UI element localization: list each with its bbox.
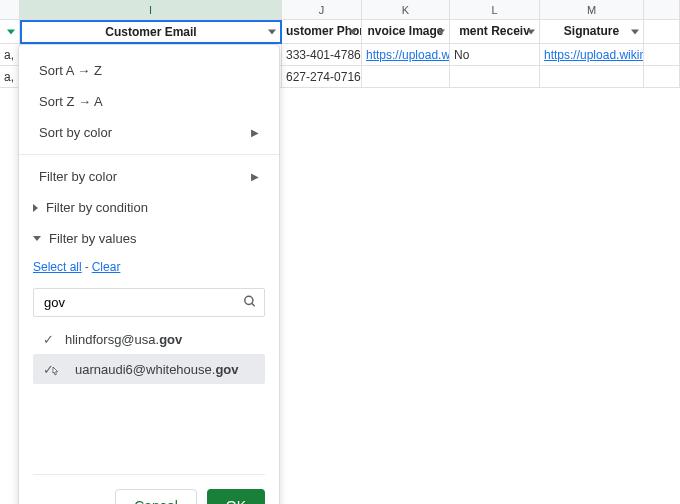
colh-J[interactable]: J	[282, 0, 362, 20]
cell-phone[interactable]: 627-274-0716	[282, 66, 362, 88]
value-text: hlindforsg@usa.gov	[65, 332, 182, 347]
row-header-stub	[0, 20, 20, 44]
colh-blank	[0, 0, 20, 20]
svg-point-0	[245, 296, 253, 304]
header-label: nvoice Image	[367, 24, 443, 38]
column-letter-row: I J K L M	[0, 0, 680, 20]
filter-by-values[interactable]: Filter by values	[19, 223, 279, 254]
filter-value-item[interactable]: ✓ uarnaudi6@whitehouse.gov	[33, 354, 265, 384]
menu-label: Sort Z → A	[39, 94, 103, 109]
select-clear-row: Select all-Clear	[19, 254, 279, 284]
cursor-pointer-icon	[47, 365, 63, 381]
colh-I[interactable]: I	[20, 0, 282, 20]
dash: -	[85, 260, 89, 274]
header-customer-email[interactable]: Customer Email	[20, 20, 282, 44]
filter-icon[interactable]	[527, 29, 535, 34]
svg-line-1	[252, 303, 255, 306]
filter-search-input[interactable]	[33, 288, 265, 317]
header-label: Customer Email	[105, 25, 196, 39]
link[interactable]: https://upload.wi	[366, 48, 450, 62]
filter-search-wrap	[33, 288, 265, 317]
check-icon: ✓	[41, 332, 55, 347]
clear-link[interactable]: Clear	[92, 260, 121, 274]
select-all-link[interactable]: Select all	[33, 260, 82, 274]
colh-K[interactable]: K	[362, 0, 450, 20]
header-invoice-image[interactable]: nvoice Image	[362, 20, 450, 44]
cell-signature[interactable]: https://upload.wikimedia	[540, 44, 644, 66]
cell-payment-received[interactable]	[450, 66, 540, 88]
cell-signature[interactable]	[540, 66, 644, 88]
menu-label: Filter by values	[49, 231, 136, 246]
ok-button[interactable]: OK	[207, 489, 265, 504]
colh-M[interactable]: M	[540, 0, 644, 20]
filter-buttons: Cancel OK	[19, 475, 279, 504]
header-customer-phone[interactable]: ustomer Phor	[282, 20, 362, 44]
colh-rest	[644, 0, 680, 20]
cell-rest	[644, 44, 680, 66]
sort-a-z[interactable]: Sort A → Z	[19, 55, 279, 86]
menu-label: Filter by condition	[46, 200, 148, 215]
submenu-arrow-icon: ▶	[251, 127, 259, 138]
value-text: uarnaudi6@whitehouse.gov	[75, 362, 239, 377]
cell-invoice-image[interactable]: https://upload.wi	[362, 44, 450, 66]
menu-label: Filter by color	[39, 169, 117, 184]
link[interactable]: https://upload.wikimedia	[544, 48, 644, 62]
header-rest	[644, 20, 680, 44]
filter-icon[interactable]	[437, 29, 445, 34]
menu-label: Sort A → Z	[39, 63, 102, 78]
cell-invoice-image[interactable]	[362, 66, 450, 88]
filter-icon[interactable]	[7, 29, 15, 34]
cell-payment-received[interactable]: No	[450, 44, 540, 66]
row-stub[interactable]: a,	[0, 66, 20, 88]
cell-rest	[644, 66, 680, 88]
search-icon	[243, 294, 257, 311]
collapse-arrow-icon	[33, 204, 38, 212]
header-payment-received[interactable]: ment Receiv	[450, 20, 540, 44]
colh-L[interactable]: L	[450, 0, 540, 20]
cancel-button[interactable]: Cancel	[115, 489, 197, 504]
header-label: Signature	[564, 24, 619, 38]
header-signature[interactable]: Signature	[540, 20, 644, 44]
cell-phone[interactable]: 333-401-4786	[282, 44, 362, 66]
filter-by-color[interactable]: Filter by color ▶	[19, 161, 279, 192]
row-stub[interactable]: a,	[0, 44, 20, 66]
sort-z-a[interactable]: Sort Z → A	[19, 86, 279, 117]
filter-menu: Sort A → Z Sort Z → A Sort by color ▶ Fi…	[18, 44, 280, 504]
filter-by-condition[interactable]: Filter by condition	[19, 192, 279, 223]
header-label: ment Receiv	[459, 24, 530, 38]
filter-icon[interactable]	[631, 29, 639, 34]
header-row: Customer Email ustomer Phor nvoice Image…	[0, 20, 680, 44]
filter-icon[interactable]	[349, 29, 357, 34]
submenu-arrow-icon: ▶	[251, 171, 259, 182]
collapse-arrow-icon	[33, 236, 41, 241]
sort-by-color[interactable]: Sort by color ▶	[19, 117, 279, 148]
filter-value-list: ✓ hlindforsg@usa.gov ✓ uarnaudi6@whiteho…	[33, 325, 265, 475]
filter-value-item[interactable]: ✓ hlindforsg@usa.gov	[33, 325, 265, 354]
menu-label: Sort by color	[39, 125, 112, 140]
filter-icon[interactable]	[268, 30, 276, 35]
menu-separator	[19, 154, 279, 155]
